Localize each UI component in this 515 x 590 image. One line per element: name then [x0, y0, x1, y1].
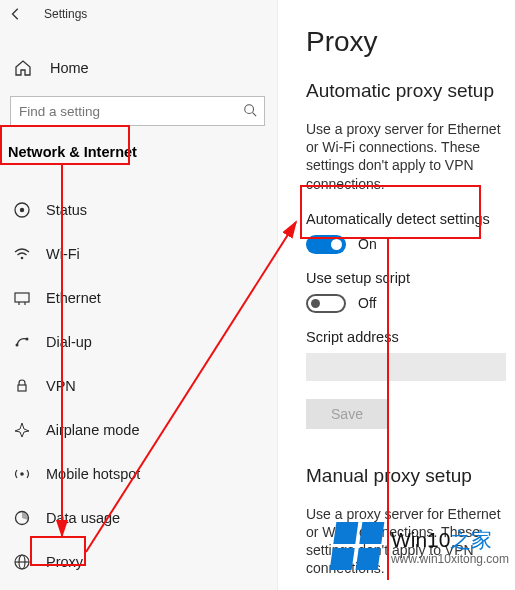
- home-label: Home: [50, 60, 89, 76]
- sidebar-item-label: Dial-up: [46, 334, 92, 350]
- auto-detect-toggle[interactable]: [306, 235, 346, 254]
- sidebar-item-proxy[interactable]: Proxy: [0, 540, 277, 584]
- sidebar-item-dialup[interactable]: Dial-up: [0, 320, 277, 364]
- sidebar-item-wifi[interactable]: Wi-Fi: [0, 232, 277, 276]
- svg-point-3: [20, 208, 24, 212]
- setup-script-label: Use setup script: [306, 270, 515, 286]
- svg-point-0: [245, 105, 254, 114]
- ethernet-icon: [12, 288, 32, 308]
- sidebar-item-vpn[interactable]: VPN: [0, 364, 277, 408]
- svg-rect-10: [18, 385, 26, 391]
- sidebar-item-airplane[interactable]: Airplane mode: [0, 408, 277, 452]
- search-icon: [243, 103, 257, 117]
- sidebar-item-label: Airplane mode: [46, 422, 140, 438]
- wifi-icon: [12, 244, 32, 264]
- sidebar-item-label: Wi-Fi: [46, 246, 80, 262]
- sidebar-item-label: Data usage: [46, 510, 120, 526]
- save-button[interactable]: Save: [306, 399, 388, 429]
- hotspot-icon: [12, 464, 32, 484]
- proxy-icon: [12, 552, 32, 572]
- titlebar: Settings: [0, 0, 277, 28]
- auto-detect-label: Automatically detect settings: [306, 211, 515, 227]
- svg-point-4: [21, 257, 24, 260]
- script-address-input[interactable]: [306, 353, 506, 381]
- auto-detect-state: On: [358, 236, 377, 252]
- section-manual-title: Manual proxy setup: [306, 465, 515, 487]
- setup-script-state: Off: [358, 295, 376, 311]
- sidebar: Settings Home Network & Internet Status: [0, 0, 278, 590]
- status-icon: [12, 200, 32, 220]
- back-button[interactable]: [6, 4, 26, 24]
- svg-point-9: [26, 338, 29, 341]
- sidebar-item-label: Mobile hotspot: [46, 466, 140, 482]
- sidebar-item-label: Ethernet: [46, 290, 101, 306]
- search-input[interactable]: [10, 96, 265, 126]
- arrow-left-icon: [9, 7, 23, 21]
- sidebar-item-datausage[interactable]: Data usage: [0, 496, 277, 540]
- nav-list: Status Wi-Fi Ethernet Dial-up: [0, 188, 277, 584]
- script-address-label: Script address: [306, 329, 515, 345]
- category-heading: Network & Internet: [0, 134, 277, 170]
- vpn-icon: [12, 376, 32, 396]
- sidebar-item-label: VPN: [46, 378, 76, 394]
- dialup-icon: [12, 332, 32, 352]
- sidebar-item-status[interactable]: Status: [0, 188, 277, 232]
- airplane-icon: [12, 420, 32, 440]
- sidebar-item-ethernet[interactable]: Ethernet: [0, 276, 277, 320]
- sidebar-item-label: Proxy: [46, 554, 83, 570]
- svg-point-8: [16, 344, 19, 347]
- home-button[interactable]: Home: [0, 46, 277, 90]
- data-usage-icon: [12, 508, 32, 528]
- sidebar-item-label: Status: [46, 202, 87, 218]
- page-title: Proxy: [306, 26, 515, 58]
- sidebar-item-hotspot[interactable]: Mobile hotspot: [0, 452, 277, 496]
- app-title: Settings: [44, 7, 87, 21]
- svg-point-11: [20, 472, 24, 476]
- setup-script-toggle[interactable]: [306, 294, 346, 313]
- automatic-desc: Use a proxy server for Ethernet or Wi-Fi…: [306, 120, 515, 193]
- svg-line-1: [253, 113, 257, 117]
- svg-rect-5: [15, 293, 29, 302]
- search-container: [10, 96, 265, 126]
- home-icon: [14, 59, 32, 77]
- section-automatic-title: Automatic proxy setup: [306, 80, 515, 102]
- content-area: Proxy Automatic proxy setup Use a proxy …: [278, 0, 515, 590]
- manual-desc: Use a proxy server for Ethernet or Wi-Fi…: [306, 505, 515, 578]
